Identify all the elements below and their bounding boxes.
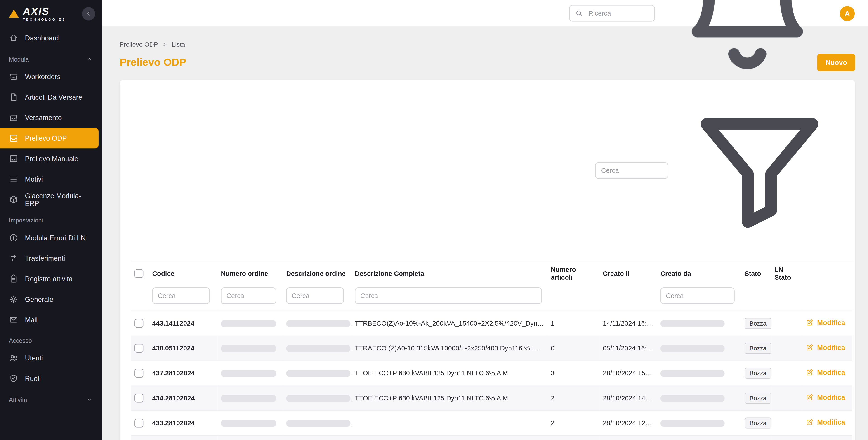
sidebar-item-label: Motivi [25, 175, 43, 183]
sidebar-item-mail[interactable]: Mail [0, 310, 102, 330]
cell-descrizione-completa: TTRAECO (Z)A0-10 315kVA 10000/+-2x250/40… [355, 344, 546, 352]
brand-triangle-icon [9, 9, 19, 18]
sidebar-item-versamento[interactable]: Versamento [0, 108, 102, 128]
sidebar-collapse-button[interactable] [82, 7, 95, 20]
breadcrumb: Prelievo ODP > Lista [120, 41, 855, 48]
modifica-link[interactable]: Modifica [805, 368, 845, 377]
sidebar-item-motivi[interactable]: Motivi [0, 169, 102, 189]
table-search-input[interactable] [595, 162, 668, 179]
mail-icon [9, 315, 18, 325]
filter-button[interactable] [677, 88, 843, 254]
avatar[interactable]: A [840, 6, 855, 21]
status-badge: Bozza [745, 343, 771, 354]
modifica-link[interactable]: Modifica [805, 418, 845, 427]
column-header-descrizione-completa: Descrizione Completa [355, 270, 424, 277]
modifica-label: Modifica [817, 418, 845, 426]
sidebar-item-label: Ruoli [25, 375, 41, 382]
new-button[interactable]: Nuovo [817, 54, 855, 71]
cell-codice: 433.28102024 [152, 419, 195, 427]
row-checkbox[interactable] [134, 319, 143, 328]
table-row: 437.28102024TTOE ECO+P 630 kVABIL125 Dyn… [131, 361, 852, 386]
filter-descrizione-ordine[interactable] [286, 287, 344, 304]
loading-skeleton [221, 370, 276, 377]
brand-subtitle: TECHNOLOGIES [23, 18, 66, 21]
sidebar-item-modula-errori-di-ln[interactable]: Modula Errori Di LN [0, 228, 102, 248]
brand-logo: AXIS TECHNOLOGIES [9, 6, 66, 21]
sidebar-item-label: Generale [25, 295, 53, 303]
sidebar-section-impostazioni: Impostazioni [0, 210, 102, 228]
edit-icon [805, 318, 814, 327]
modifica-label: Modifica [817, 319, 845, 326]
filter-descrizione-completa[interactable] [355, 287, 542, 304]
row-checkbox[interactable] [134, 344, 143, 353]
status-badge: Bozza [745, 392, 771, 404]
sidebar-item-label: Utenti [25, 354, 43, 362]
breadcrumb-parent[interactable]: Prelievo ODP [120, 41, 158, 48]
gear-icon [9, 295, 18, 304]
table-row: 443.14112024TTRBECO(Z)Ao-10%-Ak_200kVA_1… [131, 311, 852, 336]
sidebar-item-generale[interactable]: Generale [0, 289, 102, 310]
modifica-link[interactable]: Modifica [805, 318, 845, 327]
chevron-up-icon [86, 55, 93, 63]
sidebar-section-attivita[interactable]: Attivita [0, 389, 102, 407]
modifica-link[interactable]: Modifica [805, 343, 845, 352]
filter-codice[interactable] [152, 287, 210, 304]
sidebar-item-giacenze-modula-erp[interactable]: Giacenze Modula-ERP [0, 189, 102, 210]
column-header-codice: Codice [152, 270, 174, 277]
cell-codice: 443.14112024 [152, 320, 194, 327]
cell-creato-il: 28/10/2024 14:40 [603, 394, 655, 402]
sidebar-item-ruoli[interactable]: Ruoli [0, 368, 102, 389]
cell-creato-il: 05/11/2024 16:12 [603, 344, 654, 352]
sidebar-item-prelievo-odp[interactable]: Prelievo ODP [0, 128, 98, 149]
table-row: 434.28102024TTOE ECO+P 630 kVABIL125 Dyn… [131, 386, 852, 411]
loading-skeleton [286, 395, 350, 402]
cell-codice: 437.28102024 [152, 369, 195, 377]
sidebar-item-label: Prelievo ODP [25, 134, 67, 142]
status-badge: Bozza [745, 318, 771, 329]
column-header-stato: Stato [745, 270, 761, 277]
sidebar-section-label: Accesso [9, 338, 32, 344]
funnel-icon [677, 88, 843, 254]
filter-numero-ordine[interactable] [221, 287, 276, 304]
row-checkbox[interactable] [134, 394, 143, 403]
loading-skeleton [221, 345, 276, 352]
sidebar-section-label: Modula [9, 56, 29, 62]
sidebar-item-workorders[interactable]: Workorders [0, 66, 102, 87]
brand-text: AXIS TECHNOLOGIES [23, 6, 66, 21]
cell-descrizione-completa: TTRBECO(Z)Ao-10%-Ak_200kVA_15400+2X2,5%/… [355, 320, 548, 327]
sidebar-item-prelievo-manuale[interactable]: Prelievo Manuale [0, 149, 102, 169]
row-checkbox[interactable] [134, 369, 143, 378]
row-checkbox[interactable] [134, 418, 143, 427]
loading-skeleton [660, 370, 725, 377]
table-header-row: CodiceNumero ordineDescrizione ordineDes… [131, 261, 852, 286]
table-toolbar [131, 86, 844, 261]
cell-numero-articoli: 0 [551, 344, 555, 352]
edit-icon [805, 418, 814, 427]
modifica-link[interactable]: Modifica [805, 393, 845, 402]
column-header-creato-il: Creato il [603, 270, 629, 277]
filter-creato-da[interactable] [660, 287, 735, 304]
brand-name: AXIS [23, 6, 66, 17]
table-row: 433.28102024228/10/2024 12:03BozzaModifi… [131, 411, 852, 436]
modifica-label: Modifica [817, 369, 845, 376]
tray-icon [9, 154, 18, 164]
cell-numero-articoli: 2 [551, 419, 555, 427]
sidebar-item-registro-attivita[interactable]: Registro attivita [0, 269, 102, 289]
sidebar-item-dashboard[interactable]: Dashboard [0, 28, 102, 49]
loading-skeleton [660, 345, 725, 352]
global-search[interactable] [569, 5, 655, 22]
status-badge: Bozza [745, 418, 771, 429]
table-row: 432.28102024228/10/2024 11:53BozzaModifi… [131, 436, 852, 440]
data-table: CodiceNumero ordineDescrizione ordineDes… [131, 261, 852, 440]
table-row: 438.05112024TTRAECO (Z)A0-10 315kVA 1000… [131, 336, 852, 361]
sidebar-item-utenti[interactable]: Utenti [0, 348, 102, 368]
sidebar-item-trasferimenti[interactable]: Trasferimenti [0, 248, 102, 269]
sidebar-item-articoli-da-versare[interactable]: Articoli Da Versare [0, 87, 102, 108]
app-root: AXIS TECHNOLOGIES DashboardModulaWorkord… [0, 0, 868, 440]
content: Prelievo ODP > Lista Prelievo ODP Nuovo … [102, 27, 868, 440]
global-search-input[interactable] [587, 9, 649, 18]
sidebar-section-label: Attivita [9, 397, 27, 403]
select-all-checkbox[interactable] [134, 269, 143, 278]
box-icon [9, 72, 18, 82]
sidebar-section-modula[interactable]: Modula [0, 49, 102, 67]
